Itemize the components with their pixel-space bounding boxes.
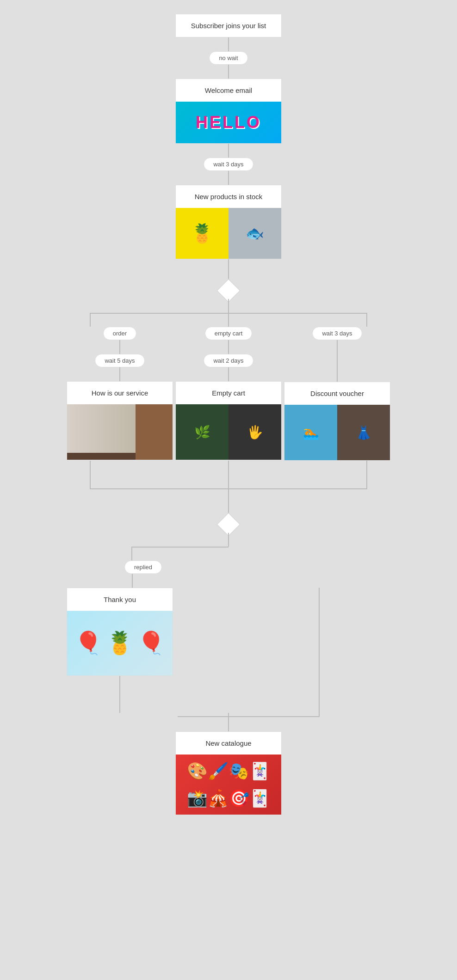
right-v2 [337, 354, 338, 368]
new-catalogue-title: New catalogue [176, 732, 281, 755]
v-right-down [366, 313, 367, 327]
v-from-diamond [228, 299, 229, 313]
voucher-emoji-1: 🏊 [303, 425, 319, 440]
left-v2 [119, 367, 120, 381]
service-image [67, 404, 173, 460]
product-image-1: 🍍 [176, 208, 228, 259]
left-down-to-join [90, 461, 91, 488]
hello-image: HELLO [176, 102, 281, 143]
thank-you-node: Thank you 🎈 🍍 🎈 [67, 588, 173, 676]
pineapple-icon: 🍍 [106, 630, 134, 656]
balloon-2: 🎈 [137, 630, 165, 656]
diamond2-down [228, 533, 229, 547]
replied-v-gap [67, 574, 390, 588]
thankyou-v-down [119, 676, 120, 713]
catalogue-image: 🎨🖌️🎭🃏 📸🎪🎯🃏 [176, 755, 281, 815]
thank-you-column: Thank you 🎈 🍍 🎈 [67, 588, 173, 713]
voucher-image-2: 👗 [337, 405, 390, 460]
left-v1 [119, 340, 120, 354]
new-products-images: 🍍 🐟 [176, 208, 281, 259]
branch-connector-area [67, 299, 390, 327]
discount-voucher-title: Discount voucher [284, 382, 390, 405]
balloon-1: 🎈 [74, 630, 102, 656]
connector-4 [228, 171, 229, 185]
voucher-image-1: 🏊 [284, 405, 337, 460]
product-emoji-2: 🐟 [246, 225, 264, 242]
center-v2 [228, 367, 229, 381]
replied-v2 [132, 574, 133, 588]
how-is-our-service-node: How is our service [67, 381, 173, 460]
hello-text: HELLO [196, 113, 261, 132]
right-down-to-join [366, 461, 367, 488]
wait-2-days-pill: wait 2 days [204, 354, 253, 367]
final-v [228, 713, 229, 731]
thank-you-image: 🎈 🍍 🎈 [67, 611, 173, 676]
cart-image-1: 🌿 [176, 404, 228, 460]
left-join-h [90, 488, 228, 489]
branch-right: wait 3 days Discount voucher 🏊 👗 [284, 327, 390, 461]
branch-center: empty cart wait 2 days Empty cart 🌿 🖐️ [175, 327, 282, 460]
new-products-title: New products in stock [176, 185, 281, 208]
replied-pill-area: replied [67, 560, 390, 574]
replied-pill: replied [124, 560, 162, 574]
empty-cart-pill: empty cart [205, 327, 253, 340]
catalogue-emoji: 🎨🖌️🎭🃏 [187, 761, 270, 781]
right-join-h [228, 488, 367, 489]
cart-image-2: 🖐️ [228, 404, 281, 460]
voucher-emoji-2: 👗 [356, 425, 372, 440]
start-node: Subscriber joins your list [175, 14, 282, 37]
discount-voucher-images: 🏊 👗 [284, 405, 390, 460]
bottom-section: Thank you 🎈 🍍 🎈 [67, 588, 390, 713]
right-join-bottom [178, 716, 319, 717]
center-down-join [228, 461, 229, 488]
connector-2 [228, 65, 229, 79]
product-emoji-1: 🍍 [191, 223, 214, 244]
new-products-node: New products in stock 🍍 🐟 [175, 185, 282, 259]
flowchart: Subscriber joins your list no wait Welco… [0, 0, 457, 843]
right-v3 [337, 368, 338, 382]
how-is-our-service-title: How is our service [67, 382, 173, 404]
new-catalogue-node: New catalogue 🎨🖌️🎭🃏 📸🎪🎯🃏 [175, 731, 282, 815]
order-pill: order [103, 327, 136, 340]
center-v1 [228, 340, 229, 354]
wait-5-days-pill: wait 5 days [95, 354, 144, 367]
start-node-title: Subscriber joins your list [176, 14, 281, 37]
discount-voucher-node: Discount voucher 🏊 👗 [284, 382, 390, 461]
catalogue-emoji-2: 📸🎪🎯🃏 [187, 789, 270, 808]
wait-3-days-pill-right: wait 3 days [312, 327, 362, 340]
v-center-down [228, 313, 229, 327]
three-branches: order wait 5 days How is our service [67, 327, 390, 461]
replied-v-down [131, 547, 132, 560]
empty-cart-node: Empty cart 🌿 🖐️ [175, 381, 282, 460]
center-final-down [228, 488, 229, 516]
empty-cart-title: Empty cart [176, 382, 281, 404]
v-left-down [90, 313, 91, 327]
empty-cart-images: 🌿 🖐️ [176, 404, 281, 460]
welcome-email-title: Welcome email [176, 79, 281, 102]
replied-h-line [131, 547, 228, 548]
connector-3 [228, 144, 229, 158]
no-wait-pill: no wait [209, 51, 247, 65]
thank-you-title: Thank you [67, 588, 173, 611]
product-image-2: 🐟 [228, 208, 281, 259]
cart-emoji-2: 🖐️ [247, 425, 263, 440]
right-branch-v [319, 588, 320, 717]
welcome-email-node: Welcome email HELLO [175, 79, 282, 144]
connector-1 [228, 37, 229, 51]
wait-3-days-pill-1: wait 3 days [204, 158, 253, 171]
cart-emoji-1: 🌿 [194, 425, 210, 440]
branch-left: order wait 5 days How is our service [67, 327, 173, 460]
convergence-connector [67, 461, 390, 516]
right-v1 [337, 340, 338, 354]
replied-connector [67, 533, 390, 560]
